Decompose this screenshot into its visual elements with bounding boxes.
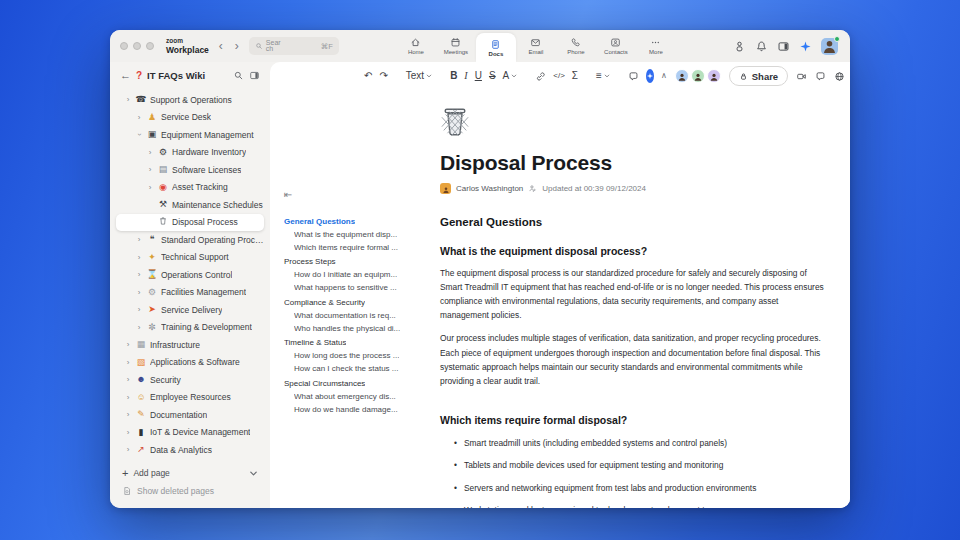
tree-item[interactable]: › ➤ Service Delivery bbox=[116, 301, 264, 319]
text-color-button[interactable]: A bbox=[503, 71, 518, 81]
bullet-item[interactable]: Servers and networking equipment from te… bbox=[464, 483, 828, 493]
tree-expand-chevron-icon[interactable]: › bbox=[124, 410, 132, 419]
tree-item[interactable]: › ⌛ Operations Control bbox=[116, 266, 264, 284]
tree-expand-chevron-icon[interactable]: › bbox=[124, 358, 132, 367]
tree-item[interactable]: › ▧ Applications & Software bbox=[116, 354, 264, 372]
tree-item[interactable]: › Disposal Process bbox=[116, 214, 264, 232]
tree-item[interactable]: › ☻ Security bbox=[116, 371, 264, 389]
wiki-panel-toggle-icon[interactable] bbox=[249, 70, 260, 81]
chat-button[interactable] bbox=[815, 71, 826, 82]
notifications-bell-icon[interactable] bbox=[755, 40, 768, 53]
tree-expand-chevron-icon[interactable]: › bbox=[135, 305, 143, 314]
side-panel-toggle-icon[interactable] bbox=[777, 40, 790, 53]
minimize-window-button[interactable] bbox=[133, 42, 141, 50]
insert-link-button[interactable] bbox=[535, 71, 546, 82]
tree-expand-chevron-icon[interactable]: › bbox=[135, 323, 143, 332]
bullet-item[interactable]: Workstations and laptops assigned to dev… bbox=[464, 505, 828, 508]
toc-entry[interactable]: What documentation is req... bbox=[284, 309, 432, 322]
tree-expand-chevron-icon[interactable]: › bbox=[135, 253, 143, 262]
topnav-tab[interactable]: Contacts bbox=[596, 30, 636, 62]
tree-expand-chevron-icon[interactable]: › bbox=[124, 393, 132, 402]
italic-button[interactable]: I bbox=[464, 71, 467, 81]
tree-item[interactable]: › ▮ IoT & Device Management bbox=[116, 424, 264, 442]
toc-entry[interactable]: How do we handle damage... bbox=[284, 403, 432, 416]
bullet-item[interactable]: Tablets and mobile devices used for equi… bbox=[464, 460, 828, 470]
equation-button[interactable]: Σ bbox=[572, 71, 578, 81]
comment-button[interactable] bbox=[628, 71, 639, 82]
tree-item[interactable]: › ↗ Data & Analytics bbox=[116, 441, 264, 459]
tree-expand-chevron-icon[interactable]: › bbox=[146, 183, 154, 192]
document-title[interactable]: Disposal Process bbox=[440, 151, 828, 175]
tree-expand-chevron-icon[interactable]: › bbox=[124, 445, 132, 454]
toc-entry[interactable]: What about emergency dis... bbox=[284, 390, 432, 403]
topnav-tab[interactable]: More bbox=[636, 30, 676, 62]
tree-item[interactable]: › ▤ Software Licenses bbox=[116, 161, 264, 179]
toc-entry[interactable]: Special Circumstances bbox=[284, 377, 432, 390]
toc-entry[interactable]: Which items require formal ... bbox=[284, 241, 432, 254]
topnav-tab[interactable]: Docs bbox=[476, 33, 516, 62]
toc-entry[interactable]: Process Steps bbox=[284, 255, 432, 268]
undo-icon[interactable]: ↶ bbox=[364, 71, 372, 81]
tree-item[interactable]: › ✼ Training & Development bbox=[116, 319, 264, 337]
tree-item[interactable]: › ✦ Technical Support bbox=[116, 249, 264, 267]
start-video-button[interactable] bbox=[796, 71, 807, 82]
question-heading[interactable]: What is the equipment disposal process? bbox=[440, 245, 828, 257]
wiki-search-icon[interactable] bbox=[233, 70, 244, 81]
traffic-lights[interactable] bbox=[120, 42, 154, 50]
tree-item[interactable]: › ⚒ Maintenance Schedules bbox=[116, 196, 264, 214]
user-avatar[interactable] bbox=[821, 38, 838, 55]
bold-button[interactable]: B bbox=[450, 71, 457, 81]
tree-item[interactable]: › ⚙ Hardware Inventory bbox=[116, 144, 264, 162]
toc-entry[interactable]: Timeline & Status bbox=[284, 336, 432, 349]
tree-expand-chevron-icon[interactable]: › bbox=[135, 288, 143, 297]
add-page-chevron-icon[interactable] bbox=[249, 469, 258, 478]
toc-entry[interactable]: How long does the process ... bbox=[284, 349, 432, 362]
topnav-tab[interactable]: Home bbox=[396, 30, 436, 62]
topnav-tab[interactable]: Phone bbox=[556, 30, 596, 62]
ai-companion-icon[interactable] bbox=[799, 40, 812, 53]
tree-expand-chevron-icon[interactable]: › bbox=[124, 340, 132, 349]
tree-expand-chevron-icon[interactable]: › bbox=[146, 148, 154, 157]
ai-companion-button[interactable] bbox=[646, 69, 654, 83]
zoom-window-button[interactable] bbox=[146, 42, 154, 50]
toc-entry[interactable]: General Questions bbox=[284, 215, 432, 228]
tree-item[interactable]: › ▦ Infrastructure bbox=[116, 336, 264, 354]
tree-expand-chevron-icon[interactable]: › bbox=[124, 428, 132, 437]
paragraph[interactable]: The equipment disposal process is our st… bbox=[440, 266, 828, 322]
toc-collapse-icon[interactable]: ⇤ bbox=[284, 189, 292, 200]
text-style-dropdown[interactable]: Text bbox=[406, 71, 432, 81]
toc-entry[interactable]: Compliance & Security bbox=[284, 296, 432, 309]
toc-entry[interactable]: Who handles the physical di... bbox=[284, 322, 432, 335]
bullet-item[interactable]: Smart treadmill units (including embedde… bbox=[464, 438, 828, 448]
tree-item[interactable]: › ♟ Service Desk bbox=[116, 109, 264, 127]
redo-icon[interactable]: ↷ bbox=[379, 71, 387, 81]
sidebar-back-icon[interactable]: ← bbox=[120, 69, 131, 81]
nav-forward-icon[interactable]: › bbox=[233, 39, 241, 53]
strikethrough-button[interactable]: S bbox=[489, 71, 496, 81]
toc-entry[interactable]: How do I initiate an equipm... bbox=[284, 268, 432, 281]
nav-back-icon[interactable]: ‹ bbox=[217, 39, 225, 53]
document-body[interactable]: Disposal Process Carlos Washington Updat… bbox=[440, 104, 828, 508]
toc-entry[interactable]: What is the equipment disp... bbox=[284, 228, 432, 241]
tree-item[interactable]: › ▣ Equipment Management bbox=[116, 126, 264, 144]
global-search-input[interactable]: Search ⌘F bbox=[249, 37, 339, 55]
tree-item[interactable]: › ✎ Documentation bbox=[116, 406, 264, 424]
tree-expand-chevron-icon[interactable]: › bbox=[135, 113, 143, 122]
show-deleted-pages-button[interactable]: Show deleted pages bbox=[110, 482, 270, 500]
collapse-toolbar-icon[interactable]: ∧ bbox=[661, 72, 667, 80]
profile-icon[interactable] bbox=[733, 40, 746, 53]
tree-item[interactable]: › ☎ Support & Operations bbox=[116, 91, 264, 109]
language-button[interactable] bbox=[834, 71, 845, 82]
underline-button[interactable]: U bbox=[475, 71, 482, 81]
paragraph[interactable]: Our process includes multiple stages of … bbox=[440, 331, 828, 387]
collaborator-avatars[interactable] bbox=[675, 69, 721, 83]
tree-item[interactable]: › ❝ Standard Operating Procedures bbox=[116, 231, 264, 249]
add-page-button[interactable]: + Add page bbox=[110, 464, 270, 482]
question-heading[interactable]: Which items require formal disposal? bbox=[440, 414, 828, 426]
tree-expand-chevron-icon[interactable]: › bbox=[146, 165, 154, 174]
tree-item[interactable]: › ◉ Asset Tracking bbox=[116, 179, 264, 197]
close-window-button[interactable] bbox=[120, 42, 128, 50]
toc-entry[interactable]: How can I check the status ... bbox=[284, 362, 432, 375]
tree-expand-chevron-icon[interactable]: › bbox=[135, 131, 144, 139]
share-button[interactable]: Share bbox=[729, 66, 788, 86]
